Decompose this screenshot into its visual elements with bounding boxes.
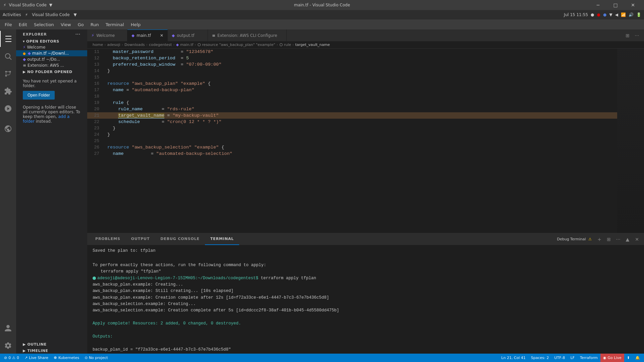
tabs-bar: ⚡ Welcome ✕ ◆ main.tf ✕ ◆ output.tf ✕ ≡ … [87,29,644,41]
panel-tab-output[interactable]: OUTPUT [126,233,155,245]
status-language[interactable]: Terraform [577,354,600,362]
error-count: 0 [8,356,11,360]
bell-icon: 🔔 [635,356,640,360]
code-line-11: 11 master_password = "12345678" [87,49,617,55]
extension-icon: ≡ [23,63,26,68]
maximize-btn[interactable]: □ [608,0,623,10]
panel-tab-debug[interactable]: DEBUG CONSOLE [155,233,205,245]
open-editors-section[interactable]: ▾ OPEN EDITORS [16,38,87,44]
minimize-btn[interactable]: ─ [590,0,606,10]
breadcrumb-main-tf[interactable]: main.tf [180,43,193,47]
code-editor[interactable]: 11 master_password = "12345678" 12 backu… [87,49,617,233]
menu-file[interactable]: File [1,21,15,28]
tab-main-tf-label: main.tf [137,33,151,38]
status-upload-icon[interactable]: ⬆ [624,354,633,362]
tab-welcome[interactable]: ⚡ Welcome ✕ [87,29,127,41]
activity-run-debug[interactable] [0,101,16,117]
ln-col-text: Ln 21, Col 41 [501,356,526,360]
more-tabs-btn[interactable]: ··· [633,31,641,40]
warning-count: 0 [17,356,19,360]
activity-extensions[interactable] [0,83,16,99]
dropdown-chevron: ▼ [74,12,77,17]
no-folder-section[interactable]: ▶ NO FOLDER OPENED [16,68,87,75]
breadcrumb-adesoji[interactable]: adesoji [107,43,120,47]
breadcrumb-codegentest[interactable]: codegentest [149,43,172,47]
breadcrumb-home[interactable]: home [93,43,103,47]
status-ln-col[interactable]: Ln 21, Col 41 [499,354,529,362]
tab-output-tf[interactable]: ◆ output.tf ✕ [168,29,208,41]
file-item-main-tf[interactable]: ● ◆ main.tf ~/Downl... [16,50,87,56]
status-go-live[interactable]: ◉ Go Live [600,354,624,362]
status-bell[interactable]: 🔔 [633,354,643,362]
menu-edit[interactable]: Edit [15,21,31,28]
status-live-share[interactable]: ↗ Live Share [22,354,51,362]
file-item-extension[interactable]: ≡ Extension: AWS ... [16,62,87,68]
spaces-text: Spaces: 2 [531,356,549,360]
file-item-welcome[interactable]: ⚡ Welcome [16,44,87,50]
outline-section[interactable]: ▶ OUTLINE [16,341,87,347]
welcome-label: Welcome [27,45,45,50]
circleci-label: ⊙ No project [85,356,108,360]
activity-remote[interactable] [0,121,16,137]
open-editors-label: OPEN EDITORS [26,39,59,44]
term-blank-4 [93,340,639,346]
term-apply-note: To perform exactly these actions, run th… [93,262,639,268]
no-folder-label: NO FOLDER OPENED [27,70,72,74]
activity-settings[interactable] [0,338,16,354]
more-panel-btn[interactable]: ··· [614,235,623,244]
tab-ext-aws[interactable]: ≡ Extension: AWS CLI Configure ✕ [208,29,287,41]
status-circleci[interactable]: ⊙ No project [82,354,110,362]
activity-accounts[interactable] [0,320,16,336]
activities-label[interactable]: Activities [3,12,21,17]
activity-source-control[interactable] [0,66,16,82]
breadcrumb-rule[interactable]: rule [284,43,291,47]
tab-welcome-label: Welcome [96,33,115,38]
tab-main-tf-close[interactable]: ✕ [160,33,163,38]
breadcrumb-resource[interactable]: resource "aws_backup_plan" "example" [202,43,275,47]
panel-tab-terminal[interactable]: TERMINAL [205,233,239,245]
status-kubernetes[interactable]: ☸ Kubernetes [51,354,82,362]
status-spaces[interactable]: Spaces: 2 [528,354,551,362]
menu-selection[interactable]: Selection [31,21,57,28]
activity-search[interactable] [0,48,16,64]
status-errors[interactable]: ⊘ 0 ⚠ 0 [1,354,22,362]
main-tf-icon: ◆ [28,51,31,56]
timeline-section[interactable]: ▶ TIMELINE [16,347,87,354]
tab-ext-icon: ≡ [212,33,215,38]
menu-help[interactable]: Help [127,21,144,28]
split-terminal-btn[interactable]: ⊞ [604,235,613,244]
open-folder-btn[interactable]: Open Folder [23,91,55,100]
main-tf-label: main.tf ~/Downl... [32,51,69,56]
breadcrumb-downloads[interactable]: Downloads [124,43,145,47]
panel: PROBLEMS OUTPUT DEBUG CONSOLE TERMINAL D… [87,233,644,354]
sidebar-title: EXPLORER [23,32,47,37]
term-blank-3 [93,327,639,334]
language-text: Terraform [580,356,598,360]
panel-maximize-btn[interactable]: ▲ [623,235,632,244]
breadcrumb-target-vault[interactable]: target_vault_name [295,43,330,47]
code-line-12: 12 backup_retention_period = 5 [87,55,617,61]
sidebar-more[interactable]: ··· [75,32,80,37]
close-btn[interactable]: ✕ [625,0,641,10]
warning-icon: ⚠ [588,237,592,241]
close-panel-btn[interactable]: ✕ [633,235,641,244]
chevron-right-outline: ▶ [23,342,27,347]
terminal-content[interactable]: Saved the plan to: tfplan To perform exa… [87,245,644,354]
status-encoding[interactable]: UTF-8 [552,354,568,362]
add-terminal-btn[interactable]: + [595,235,604,244]
title-bar-left: ⚡ Visual Studio Code ▼ [3,3,52,7]
status-line-ending[interactable]: LF [568,354,577,362]
menu-run[interactable]: Run [87,21,102,28]
panel-tab-problems[interactable]: PROBLEMS [90,233,126,245]
term-complete-1: aws_backup_plan.example: Creation comple… [93,295,639,301]
menu-go[interactable]: Go [74,21,87,28]
file-item-output-tf[interactable]: ◆ output.tf ~/Do... [16,56,87,62]
output-tf-label: output.tf ~/Do... [27,57,60,62]
vscode-label[interactable]: Visual Studio Code [32,12,69,17]
menu-terminal[interactable]: Terminal [102,21,127,28]
split-editor-btn[interactable]: ⊞ [623,31,632,40]
activity-explorer[interactable] [0,31,16,47]
tab-main-tf[interactable]: ◆ main.tf ✕ [127,29,168,41]
svg-point-0 [5,54,10,58]
menu-view[interactable]: View [57,21,74,28]
